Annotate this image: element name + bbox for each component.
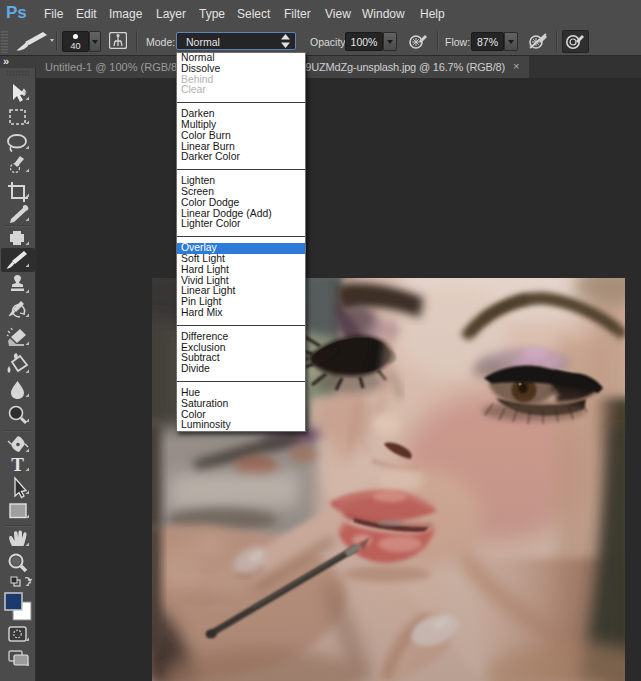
svg-text:T: T	[11, 454, 24, 475]
